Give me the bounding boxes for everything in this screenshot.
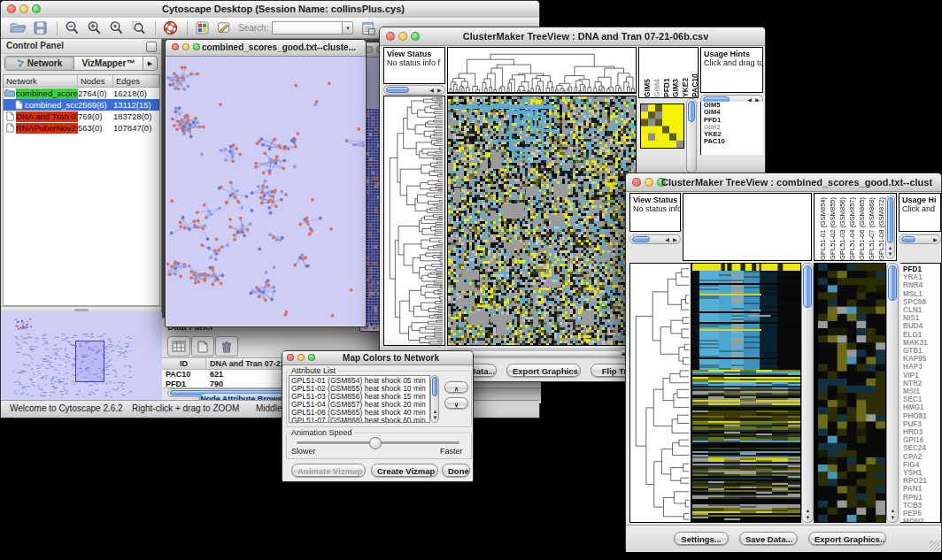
column-dendrogram-canvas[interactable] (448, 48, 636, 92)
gene-label: YSH1 (903, 469, 940, 477)
search-input[interactable] (272, 21, 342, 35)
speed-slider-thumb[interactable] (369, 437, 382, 449)
col-edges[interactable]: Edges (113, 75, 159, 87)
gene-label: MON2 (903, 518, 940, 523)
move-up-button[interactable]: ∧ (444, 381, 468, 393)
row-dendrogram-panel[interactable] (383, 96, 445, 346)
zoom-selected-icon (131, 20, 146, 35)
attribute-select-button[interactable] (167, 336, 190, 357)
search-dropdown-button[interactable]: ▼ (342, 21, 353, 35)
heatmap-hscrollbar[interactable]: ◀▶ (447, 349, 637, 358)
zoom-button[interactable] (308, 354, 315, 361)
heatmap-zoom-canvas[interactable] (641, 104, 683, 148)
vizmap-grid-icon (196, 21, 209, 35)
zoom-in-button[interactable] (84, 19, 104, 36)
move-down-button[interactable]: ∨ (444, 397, 468, 409)
zoom-vscrollbar[interactable] (686, 98, 697, 173)
close-button[interactable] (632, 178, 641, 187)
heatmap-zoom-panel[interactable] (640, 104, 684, 149)
global-vscrollbar[interactable]: ▲▼ (801, 263, 814, 523)
new-attribute-button[interactable] (191, 336, 214, 357)
animate-vizmap-button[interactable]: Animate Vizmap (291, 464, 366, 477)
network1-canvas[interactable] (166, 57, 365, 326)
row-dendrogram-canvas[interactable] (384, 96, 444, 345)
tab-network[interactable]: Network (5, 57, 74, 70)
heatmap-global-canvas[interactable] (448, 96, 636, 345)
column-dendrogram-panel[interactable] (683, 193, 812, 261)
close-button[interactable] (172, 43, 179, 50)
done-button[interactable]: Done (442, 464, 470, 477)
delete-attribute-button[interactable] (215, 336, 238, 357)
network-list-row[interactable]: combined_sco2569(6)13112(15) (4, 99, 159, 111)
minimize-button[interactable] (182, 43, 189, 50)
tab-vizmapper[interactable]: VizMapper™ (74, 57, 143, 70)
float-panel-icon[interactable] (146, 42, 157, 52)
treeview2-title: ClusterMaker TreeView : combined_scores_… (661, 173, 932, 191)
usage-hints-title: Usage Hints (701, 48, 762, 58)
attribute-list[interactable]: GPL51-01 (GSM854) heat shock 05 minGPL51… (289, 375, 430, 423)
minimize-button[interactable] (297, 354, 305, 361)
view-status-scrollbar[interactable]: ◀▶ (629, 234, 681, 244)
tab-network-label: Network (27, 58, 62, 68)
column-dendrogram-panel[interactable] (447, 47, 637, 94)
export-graphics-button[interactable]: Export Graphics... (506, 364, 581, 377)
gene-label: BUD4 (903, 322, 940, 330)
network1-view[interactable] (166, 57, 365, 326)
close-button[interactable] (386, 32, 395, 41)
close-button[interactable] (366, 46, 373, 53)
tab-overflow-button[interactable]: ▶ (143, 57, 157, 70)
attribute-item[interactable]: GPL51-07 (GSM868) heat shock 60 min (291, 417, 428, 423)
zoom-button[interactable] (193, 43, 200, 50)
network-overview-canvas[interactable] (1, 312, 162, 403)
network-overview-panel[interactable] (1, 312, 162, 403)
save-data-button[interactable]: Save Data... (739, 532, 798, 545)
network-list-row[interactable]: combined_scores_2764(0)16218(0) (4, 88, 159, 99)
dialog-titlebar[interactable]: Map Colors to Network (282, 351, 473, 365)
open-folder-button[interactable] (8, 19, 27, 36)
treeview2-titlebar[interactable]: ClusterMaker TreeView : combined_scores_… (626, 173, 941, 192)
help-ring-button[interactable] (160, 19, 180, 36)
network-list-row[interactable]: DNA and Tran 07769(0)183728(0) (4, 111, 159, 122)
toolbar-separator (187, 21, 188, 35)
usage-hints-scrollbar[interactable]: ▶ (899, 234, 941, 244)
network-name: RNAPuberNov2+ (16, 123, 78, 134)
vizmap-grid-button[interactable] (192, 19, 212, 36)
network1-titlebar[interactable]: combined_scores_good.txt--cluste... (166, 40, 366, 57)
view-status-scrollbar[interactable]: ◀▶ (383, 85, 445, 95)
treeview1-title: ClusterMaker TreeView : DNA and Tran 07-… (415, 27, 756, 45)
row-dendrogram-canvas[interactable] (630, 264, 691, 522)
heatmap-global-panel[interactable] (447, 96, 637, 346)
column-label: YKE2 (681, 78, 688, 97)
zoom-out-button[interactable] (62, 19, 81, 36)
treeview1-titlebar[interactable]: ClusterMaker TreeView : DNA and Tran 07-… (380, 27, 765, 46)
minimize-button[interactable] (398, 32, 407, 41)
close-button[interactable] (287, 354, 294, 361)
heatmap-zoom-canvas[interactable] (818, 264, 885, 522)
heatmap-zoom-panel[interactable] (817, 263, 886, 523)
column-labels-scrollbar[interactable]: ▲▼ (885, 195, 895, 259)
col-network[interactable]: Network (4, 75, 78, 87)
heatmap-global-canvas[interactable] (692, 264, 800, 522)
minimize-button[interactable] (645, 178, 653, 187)
report-button[interactable] (359, 19, 378, 36)
col-nodes[interactable]: Nodes (78, 75, 113, 87)
export-graphics-button[interactable]: Export Graphics... (808, 532, 886, 545)
main-window-title: Cytoscape Desktop (Session Name: collins… (36, 1, 530, 18)
close-button[interactable] (7, 4, 16, 13)
zoom-selected-button[interactable] (128, 19, 148, 36)
attribute-list-scrollbar[interactable]: ▲▼ (430, 375, 439, 423)
annotation-button[interactable] (214, 19, 234, 36)
zoom-fit-button[interactable] (106, 19, 126, 36)
settings-button[interactable]: Settings... (674, 532, 729, 545)
row-dendrogram-panel[interactable] (629, 263, 691, 523)
resize-grip[interactable] (930, 541, 940, 551)
network-list-row[interactable]: RNAPuberNov2+563(0)107847(0) (4, 122, 159, 134)
main-titlebar[interactable]: Cytoscape Desktop (Session Name: collins… (1, 1, 539, 19)
col-id[interactable]: ID (162, 358, 206, 369)
zoom-vscrollbar[interactable]: ▲▼ (886, 263, 899, 523)
network-list-header[interactable]: Network Nodes Edges (4, 75, 159, 88)
create-vizmap-button[interactable]: Create Vizmap (371, 464, 438, 477)
minimize-button[interactable] (19, 4, 28, 13)
heatmap-global-panel[interactable] (691, 263, 801, 523)
save-button[interactable] (30, 19, 50, 36)
